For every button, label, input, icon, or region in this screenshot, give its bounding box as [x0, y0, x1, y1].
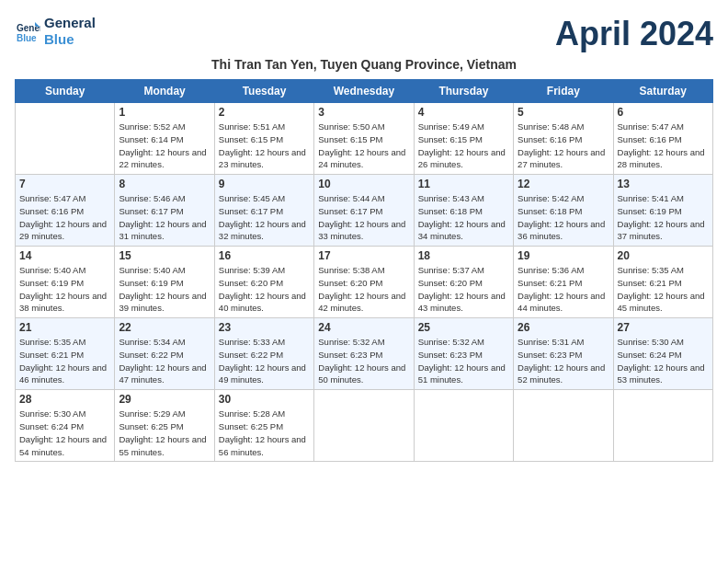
calendar-day-cell: 16Sunrise: 5:39 AM Sunset: 6:20 PM Dayli…: [214, 247, 313, 318]
day-number: 27: [618, 321, 709, 334]
day-number: 18: [418, 249, 509, 262]
day-number: 12: [518, 178, 609, 190]
calendar-day-cell: 13Sunrise: 5:41 AM Sunset: 6:19 PM Dayli…: [613, 175, 712, 247]
day-info: Sunrise: 5:32 AM Sunset: 6:23 PM Dayligh…: [418, 336, 509, 386]
weekday-header: Thursday: [414, 80, 513, 103]
day-info: Sunrise: 5:30 AM Sunset: 6:24 PM Dayligh…: [618, 336, 709, 386]
calendar-week-row: 1Sunrise: 5:52 AM Sunset: 6:14 PM Daylig…: [16, 103, 713, 175]
calendar-day-cell: 7Sunrise: 5:47 AM Sunset: 6:16 PM Daylig…: [16, 175, 115, 247]
day-info: Sunrise: 5:33 AM Sunset: 6:22 PM Dayligh…: [219, 336, 310, 386]
day-info: Sunrise: 5:48 AM Sunset: 6:16 PM Dayligh…: [518, 121, 609, 171]
calendar-week-row: 14Sunrise: 5:40 AM Sunset: 6:19 PM Dayli…: [16, 247, 713, 318]
day-info: Sunrise: 5:45 AM Sunset: 6:17 PM Dayligh…: [219, 192, 310, 243]
calendar-day-cell: 6Sunrise: 5:47 AM Sunset: 6:16 PM Daylig…: [613, 103, 712, 175]
day-info: Sunrise: 5:32 AM Sunset: 6:23 PM Dayligh…: [318, 336, 409, 386]
weekday-header: Sunday: [16, 80, 115, 103]
day-number: 8: [119, 178, 210, 190]
day-number: 5: [518, 106, 609, 119]
weekday-header: Friday: [514, 80, 613, 103]
day-info: Sunrise: 5:40 AM Sunset: 6:19 PM Dayligh…: [19, 264, 110, 315]
calendar-day-cell: 20Sunrise: 5:35 AM Sunset: 6:21 PM Dayli…: [613, 247, 712, 318]
calendar-day-cell: 23Sunrise: 5:33 AM Sunset: 6:22 PM Dayli…: [214, 318, 313, 390]
day-number: 2: [219, 106, 310, 119]
day-number: 9: [219, 178, 310, 190]
calendar-day-cell: 8Sunrise: 5:46 AM Sunset: 6:17 PM Daylig…: [115, 175, 214, 247]
day-info: Sunrise: 5:44 AM Sunset: 6:17 PM Dayligh…: [318, 192, 409, 243]
calendar-day-cell: 24Sunrise: 5:32 AM Sunset: 6:23 PM Dayli…: [314, 318, 414, 390]
day-number: 14: [19, 249, 110, 262]
calendar-day-cell: 30Sunrise: 5:28 AM Sunset: 6:25 PM Dayli…: [214, 390, 313, 462]
day-number: 25: [418, 321, 509, 334]
day-number: 13: [618, 178, 709, 190]
day-info: Sunrise: 5:37 AM Sunset: 6:20 PM Dayligh…: [418, 264, 509, 315]
day-info: Sunrise: 5:51 AM Sunset: 6:15 PM Dayligh…: [219, 121, 310, 171]
calendar-day-cell: 28Sunrise: 5:30 AM Sunset: 6:24 PM Dayli…: [16, 390, 115, 462]
calendar-day-cell: 4Sunrise: 5:49 AM Sunset: 6:15 PM Daylig…: [414, 103, 513, 175]
calendar-subtitle: Thi Tran Tan Yen, Tuyen Quang Province, …: [15, 57, 713, 72]
day-number: 4: [418, 106, 509, 119]
calendar-day-cell: [314, 390, 414, 462]
calendar-day-cell: 2Sunrise: 5:51 AM Sunset: 6:15 PM Daylig…: [214, 103, 313, 175]
calendar-day-cell: 26Sunrise: 5:31 AM Sunset: 6:23 PM Dayli…: [514, 318, 613, 390]
day-info: Sunrise: 5:29 AM Sunset: 6:25 PM Dayligh…: [119, 408, 210, 458]
day-number: 28: [19, 393, 110, 406]
day-number: 15: [119, 249, 210, 262]
weekday-header: Saturday: [613, 80, 712, 103]
day-number: 24: [318, 321, 409, 334]
calendar-day-cell: 22Sunrise: 5:34 AM Sunset: 6:22 PM Dayli…: [115, 318, 214, 390]
calendar-title: April 2024: [555, 15, 713, 53]
calendar-day-cell: [414, 390, 513, 462]
day-info: Sunrise: 5:36 AM Sunset: 6:21 PM Dayligh…: [518, 264, 609, 315]
day-info: Sunrise: 5:41 AM Sunset: 6:19 PM Dayligh…: [618, 192, 709, 243]
logo-text: General Blue: [44, 15, 96, 48]
day-info: Sunrise: 5:47 AM Sunset: 6:16 PM Dayligh…: [19, 192, 110, 243]
calendar-day-cell: 29Sunrise: 5:29 AM Sunset: 6:25 PM Dayli…: [115, 390, 214, 462]
day-number: 7: [19, 178, 110, 190]
weekday-header-row: SundayMondayTuesdayWednesdayThursdayFrid…: [16, 80, 713, 103]
weekday-header: Tuesday: [214, 80, 313, 103]
calendar-day-cell: 21Sunrise: 5:35 AM Sunset: 6:21 PM Dayli…: [16, 318, 115, 390]
day-number: 20: [618, 249, 709, 262]
calendar-day-cell: [16, 103, 115, 175]
calendar-week-row: 21Sunrise: 5:35 AM Sunset: 6:21 PM Dayli…: [16, 318, 713, 390]
day-number: 19: [518, 249, 609, 262]
calendar-day-cell: 18Sunrise: 5:37 AM Sunset: 6:20 PM Dayli…: [414, 247, 513, 318]
day-number: 26: [518, 321, 609, 334]
day-info: Sunrise: 5:34 AM Sunset: 6:22 PM Dayligh…: [119, 336, 210, 386]
day-number: 21: [19, 321, 110, 334]
day-number: 29: [119, 393, 210, 406]
day-info: Sunrise: 5:30 AM Sunset: 6:24 PM Dayligh…: [19, 408, 110, 458]
calendar-day-cell: 9Sunrise: 5:45 AM Sunset: 6:17 PM Daylig…: [214, 175, 313, 247]
calendar-day-cell: 11Sunrise: 5:43 AM Sunset: 6:18 PM Dayli…: [414, 175, 513, 247]
day-number: 3: [318, 106, 409, 119]
weekday-header: Wednesday: [314, 80, 414, 103]
day-info: Sunrise: 5:28 AM Sunset: 6:25 PM Dayligh…: [219, 408, 310, 458]
day-info: Sunrise: 5:52 AM Sunset: 6:14 PM Dayligh…: [119, 121, 210, 171]
day-number: 6: [618, 106, 709, 119]
day-number: 11: [418, 178, 509, 190]
day-number: 10: [318, 178, 409, 190]
calendar-day-cell: 14Sunrise: 5:40 AM Sunset: 6:19 PM Dayli…: [16, 247, 115, 318]
day-info: Sunrise: 5:46 AM Sunset: 6:17 PM Dayligh…: [119, 192, 210, 243]
day-info: Sunrise: 5:31 AM Sunset: 6:23 PM Dayligh…: [518, 336, 609, 386]
calendar-day-cell: 19Sunrise: 5:36 AM Sunset: 6:21 PM Dayli…: [514, 247, 613, 318]
svg-text:Blue: Blue: [17, 33, 37, 43]
calendar-day-cell: 27Sunrise: 5:30 AM Sunset: 6:24 PM Dayli…: [613, 318, 712, 390]
day-info: Sunrise: 5:40 AM Sunset: 6:19 PM Dayligh…: [119, 264, 210, 315]
calendar-day-cell: [514, 390, 613, 462]
day-info: Sunrise: 5:47 AM Sunset: 6:16 PM Dayligh…: [618, 121, 709, 171]
day-number: 22: [119, 321, 210, 334]
calendar-day-cell: 1Sunrise: 5:52 AM Sunset: 6:14 PM Daylig…: [115, 103, 214, 175]
day-number: 30: [219, 393, 310, 406]
calendar-week-row: 28Sunrise: 5:30 AM Sunset: 6:24 PM Dayli…: [16, 390, 713, 462]
calendar-day-cell: 25Sunrise: 5:32 AM Sunset: 6:23 PM Dayli…: [414, 318, 513, 390]
day-info: Sunrise: 5:39 AM Sunset: 6:20 PM Dayligh…: [219, 264, 310, 315]
day-info: Sunrise: 5:50 AM Sunset: 6:15 PM Dayligh…: [318, 121, 409, 171]
calendar-week-row: 7Sunrise: 5:47 AM Sunset: 6:16 PM Daylig…: [16, 175, 713, 247]
logo: General Blue General Blue: [15, 15, 96, 48]
calendar-day-cell: 15Sunrise: 5:40 AM Sunset: 6:19 PM Dayli…: [115, 247, 214, 318]
page-header: General Blue General Blue April 2024: [15, 15, 713, 53]
day-number: 23: [219, 321, 310, 334]
calendar-day-cell: [613, 390, 712, 462]
calendar-day-cell: 17Sunrise: 5:38 AM Sunset: 6:20 PM Dayli…: [314, 247, 414, 318]
